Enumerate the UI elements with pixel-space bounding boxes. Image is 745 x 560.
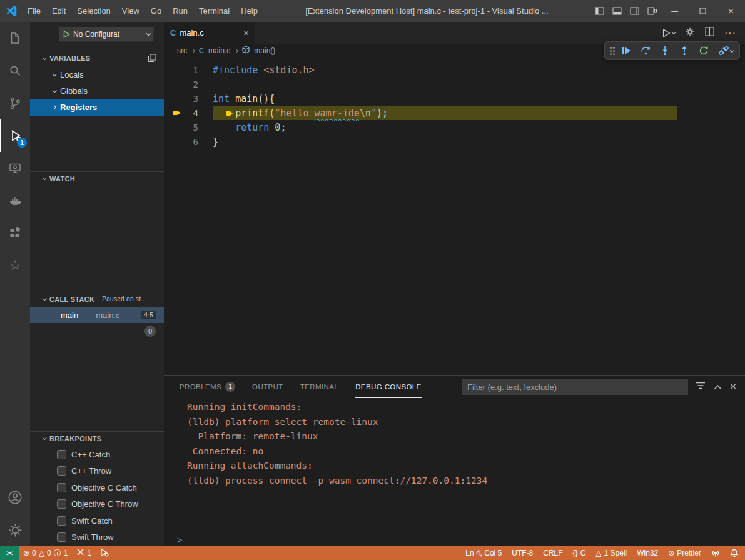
console-input-prompt[interactable]: > [164,533,745,546]
restart-icon[interactable] [696,43,711,58]
language-mode[interactable]: {}C [568,546,591,560]
step-into-icon[interactable] [657,43,672,58]
tab-main-c[interactable]: C main.c × [164,22,255,44]
settings-gear-icon[interactable] [0,514,30,546]
maximize-panel-icon[interactable] [714,381,722,392]
spell-checker[interactable]: △1 Spell [590,546,632,560]
toggle-panel-icon[interactable] [608,0,626,22]
tab-close-icon[interactable]: × [243,28,249,38]
variables-item-globals[interactable]: Globals [30,82,164,99]
breakpoint-item[interactable]: C++ Catch [30,446,164,463]
toolbar-drag-handle[interactable] [610,47,612,49]
remote-explorer-icon[interactable] [0,152,30,184]
editor-actions: ··· [662,27,736,39]
breadcrumb-symbol[interactable]: main() [254,46,275,55]
breadcrumb-folder[interactable]: src [177,46,187,55]
gear-icon[interactable] [685,27,695,39]
breadcrumb-file[interactable]: main.c [208,46,230,55]
menu-terminal[interactable]: Terminal [193,0,235,22]
breakpoint-item[interactable]: Swift Catch [30,512,164,529]
problems-status[interactable]: ⊗ 0 △ 0 ⓘ 1 [19,546,72,560]
menu-selection[interactable]: Selection [71,0,116,22]
breakpoint-item[interactable]: Objective C Throw [30,496,164,513]
chevron-down-icon [729,48,734,52]
close-button[interactable]: × [717,0,745,22]
collapse-all-icon[interactable] [148,54,156,64]
debug-sidebar: No Configurat VARIABLES Locals Globals [30,22,164,546]
bell-icon[interactable] [725,546,745,560]
editor-tab-bar: C main.c × ··· [164,22,745,44]
cursor-position[interactable]: Ln 4, Col 5 [460,546,507,560]
explorer-icon[interactable] [0,22,30,54]
more-actions-icon[interactable]: ··· [724,28,736,39]
menu-file[interactable]: File [22,0,46,22]
tab-debug-console[interactable]: DEBUG CONSOLE [355,376,422,398]
prettier-status[interactable]: ⊘Prettier [663,546,706,560]
tab-terminal[interactable]: TERMINAL [300,376,338,398]
callstack-section-header[interactable]: CALL STACK Paused on st... [30,292,164,306]
variables-section-header[interactable]: VARIABLES [30,51,164,65]
minimize-button[interactable]: ─ [661,0,689,22]
toggle-secondary-sidebar-icon[interactable] [626,0,643,22]
maximize-button[interactable] [689,0,717,22]
customize-layout-icon[interactable] [643,0,661,22]
step-over-icon[interactable] [638,43,653,58]
tab-problems[interactable]: PROBLEMS 1 [180,376,235,398]
eol-sequence[interactable]: CRLF [538,546,567,560]
workbench: 1 ☆ [0,22,745,546]
breakpoint-item[interactable]: Objective C Catch [30,479,164,496]
docker-icon[interactable] [0,184,30,217]
breakpoints-section-header[interactable]: BREAKPOINTS [30,431,164,445]
menu-view[interactable]: View [116,0,145,22]
breakpoint-checkbox[interactable] [57,532,66,542]
filter-lines-icon[interactable] [696,381,706,392]
disconnect-icon[interactable] [716,43,736,58]
breakpoint-label: Swift Throw [71,532,114,542]
breakpoint-checkbox[interactable] [57,516,66,526]
console-filter-input[interactable] [462,379,688,395]
menu-go[interactable]: Go [145,0,167,22]
editor-area: C main.c × ··· [164,22,745,546]
breakpoint-checkbox[interactable] [57,499,66,509]
search-icon[interactable] [0,54,30,87]
toggle-sidebar-icon[interactable] [590,0,608,22]
platform-target[interactable]: Win32 [632,546,663,560]
breakpoint-item[interactable]: C++ Throw [30,463,164,480]
remote-indicator[interactable]: >< [0,546,19,560]
run-and-debug-icon[interactable]: 1 [0,119,30,152]
breakpoint-label: C++ Catch [71,450,110,459]
star-icon[interactable]: ☆ [0,249,30,282]
variables-item-locals[interactable]: Locals [30,66,164,82]
watch-section-header[interactable]: WATCH [30,171,164,185]
breakpoint-checkbox[interactable] [57,483,66,492]
breakpoint-label: Objective C Throw [71,499,138,509]
debug-console-output[interactable]: Running initCommands: (lldb) platform se… [164,398,745,533]
step-out-icon[interactable] [677,43,692,58]
broadcast-icon[interactable] [706,546,725,560]
launch-config-dropdown[interactable]: No Configurat [59,27,154,42]
source-control-icon[interactable] [0,87,30,119]
breakpoint-checkbox[interactable] [57,450,66,459]
accounts-icon[interactable] [0,481,30,514]
close-panel-icon[interactable]: × [730,381,736,393]
split-editor-icon[interactable] [705,27,714,39]
code-editor[interactable]: 1 #include <stdio.h> 2 3 int main(){ [164,58,745,375]
console-line: Running initCommands: [187,400,745,415]
run-or-debug-icon[interactable] [662,29,675,38]
variables-item-registers[interactable]: Registers [30,99,164,116]
menu-run[interactable]: Run [167,0,193,22]
tools-status[interactable]: 1 [72,546,96,560]
menu-edit[interactable]: Edit [46,0,71,22]
breakpoint-item[interactable]: Swift Throw [30,529,164,546]
breakpoint-checkbox[interactable] [57,466,66,476]
encoding[interactable]: UTF-8 [507,546,538,560]
warning-count: 0 [47,549,51,558]
debug-status[interactable] [96,546,113,560]
extensions-icon[interactable] [0,217,30,249]
stack-frame-row[interactable]: main main.c 4:5 [30,307,164,323]
frame-name: main [61,311,78,320]
continue-icon[interactable] [619,43,634,58]
menu-help[interactable]: Help [235,0,263,22]
debug-toolbar [604,41,740,60]
tab-output[interactable]: OUTPUT [252,376,283,398]
